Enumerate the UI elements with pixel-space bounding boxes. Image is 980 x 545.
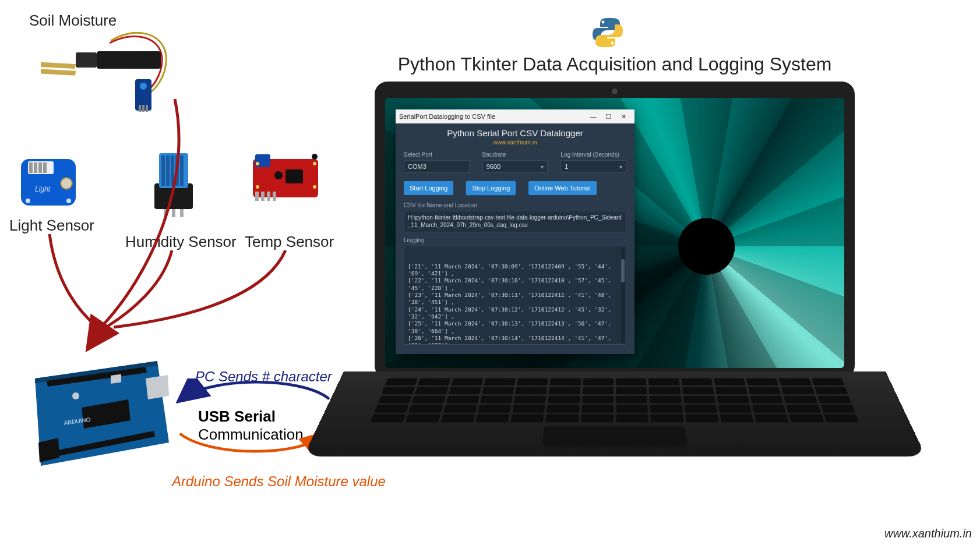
temp-sensor-label: Temp Sensor [245,233,334,251]
svg-rect-20 [166,155,170,186]
svg-rect-10 [34,162,37,173]
log-scrollbar[interactable] [621,247,625,343]
interval-select[interactable]: 1▾ [560,160,626,173]
logging-section-label: Logging [396,235,634,246]
app-subheader: www.xanthium.in [396,139,634,146]
svg-rect-3 [139,105,141,112]
svg-rect-21 [171,155,174,186]
soil-moisture-sensor [41,23,175,116]
svg-rect-26 [180,209,184,217]
svg-rect-25 [172,209,175,217]
svg-rect-36 [273,192,276,201]
arduino-board: ARDUINO [23,344,175,477]
log-output[interactable]: ['21', '11 March 2024', '07:30:09', '171… [404,246,626,345]
svg-point-13 [61,178,72,189]
svg-point-15 [26,199,30,203]
baud-select[interactable]: 9600▾ [482,160,548,173]
baud-label: Baudrate [482,151,548,158]
svg-rect-49 [111,374,121,384]
svg-rect-24 [164,209,167,217]
online-tutorial-button[interactable]: Online Web Tutorial [528,181,596,195]
minimize-button[interactable]: — [586,111,601,122]
app-header: Python Serial Port CSV Datalogger [396,123,634,139]
stop-logging-button[interactable]: Stop Logging [466,181,516,195]
touchpad [542,426,687,447]
close-button[interactable]: ✕ [616,111,631,122]
svg-point-16 [66,199,71,203]
laptop-keyboard [304,371,926,456]
svg-point-38 [256,185,259,189]
svg-rect-23 [180,155,184,186]
humidity-sensor [137,148,210,218]
svg-point-52 [611,42,614,45]
port-label: Select Port [404,151,470,158]
app-window: SerialPort Datalogging to CSV file — ☐ ✕… [396,109,634,354]
svg-rect-22 [175,155,179,186]
svg-marker-45 [146,375,169,399]
python-logo-icon [591,16,624,49]
svg-rect-12 [43,162,47,173]
site-url: www.xanthium.in [884,527,972,540]
main-title: Python Tkinter Data Acquisition and Logg… [344,54,886,75]
start-logging-button[interactable]: Start Logging [404,181,453,195]
svg-rect-1 [76,52,97,68]
csv-section-label: CSV file Name and Location [396,200,634,211]
svg-rect-9 [29,162,33,173]
light-sensor: Light [10,148,86,213]
svg-rect-0 [97,51,161,69]
svg-rect-33 [255,192,259,201]
titlebar[interactable]: SerialPort Datalogging to CSV file — ☐ ✕ [396,109,634,123]
webcam-icon [612,89,618,94]
svg-rect-11 [38,162,42,173]
svg-point-37 [256,162,259,165]
svg-point-48 [72,392,79,399]
svg-rect-35 [267,192,270,201]
interval-label: Log Interval (Seconds) [560,151,626,158]
humidity-sensor-label: Humidity Sensor [125,233,237,251]
window-title: SerialPort Datalogging to CSV file [399,113,495,120]
light-sensor-label: Light Sensor [9,217,94,235]
svg-text:Light: Light [35,185,51,193]
log-content: ['21', '11 March 2024', '07:30:09', '171… [408,263,622,345]
svg-rect-34 [261,192,265,201]
svg-point-40 [313,185,316,189]
laptop: SerialPort Datalogging to CSV file — ☐ ✕… [344,82,886,501]
svg-point-51 [602,21,605,24]
svg-rect-5 [146,105,148,112]
svg-point-6 [140,83,147,90]
svg-rect-4 [142,105,144,112]
csv-path-box[interactable]: H:\python-tkinter-ttkbootstrap-csv-text-… [404,211,626,232]
svg-point-31 [312,154,318,160]
maximize-button[interactable]: ☐ [601,111,616,122]
svg-point-39 [313,162,316,165]
svg-point-30 [274,171,283,179]
svg-rect-19 [161,155,165,186]
temp-sensor [245,148,326,213]
port-input[interactable]: COM3 [404,160,470,173]
svg-rect-29 [285,169,303,183]
